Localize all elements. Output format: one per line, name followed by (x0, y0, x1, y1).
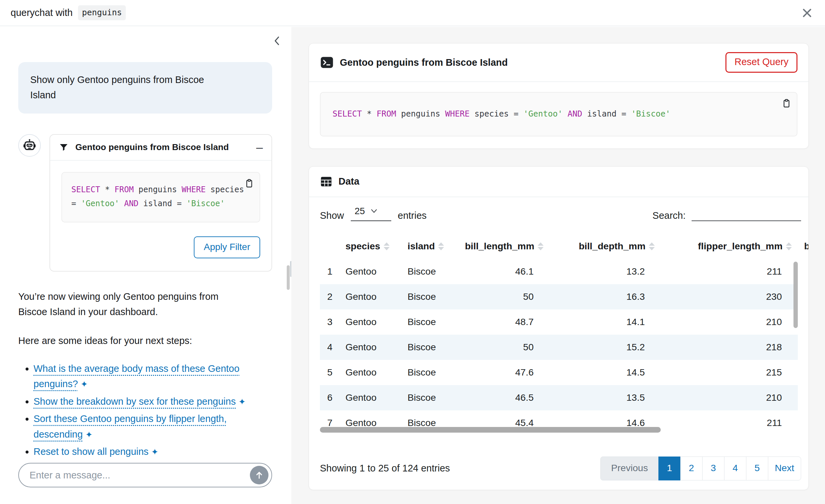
data-table: speciesislandbill_length_mmbill_depth_mm… (320, 234, 798, 434)
sql-token: FROM (115, 185, 134, 194)
sql-token: * (100, 185, 115, 194)
entries-label: entries (398, 210, 427, 221)
page-button-3[interactable]: 3 (702, 456, 725, 481)
column-header-species[interactable]: species (338, 234, 400, 259)
assistant-text: You’re now viewing only Gentoo penguins … (18, 289, 247, 457)
sql-token: island = (138, 199, 186, 208)
app-title: querychat with penguins (11, 5, 126, 20)
copy-icon[interactable] (244, 178, 254, 190)
table-cell: Biscoe (400, 335, 460, 360)
sparkle-icon: ✦ (151, 445, 159, 457)
sql-token: 'Gentoo' (81, 199, 120, 208)
column-label: island (407, 241, 435, 252)
assistant-ideas-heading: Here are some ideas for your next steps: (18, 333, 247, 348)
column-header-bill_length_mm[interactable]: bill_length_mm (460, 234, 549, 259)
table-cell: Gentoo (338, 259, 400, 284)
search-label: Search: (653, 210, 686, 221)
chevron-down-icon (370, 209, 378, 214)
table-cell: 218 (661, 335, 798, 360)
close-icon[interactable] (799, 5, 815, 21)
table-footer: Showing 1 to 25 of 124 entries Previous1… (320, 456, 808, 481)
suggestion-item: Show the breakdown by sex for these peng… (33, 394, 247, 409)
column-header-bill_depth_mm[interactable]: bill_depth_mm (549, 234, 661, 259)
sql-token: penguins (396, 109, 445, 119)
table-cell: 14.5 (549, 360, 661, 385)
page-length-control: Show 25 entries (320, 206, 427, 221)
dashboard-main: Gentoo penguins from Biscoe Island Reset… (291, 27, 825, 504)
table-vertical-scrollbar[interactable] (794, 262, 798, 328)
column-header-island[interactable]: island (400, 234, 460, 259)
table-row: 3GentooBiscoe48.714.1210 (320, 309, 798, 335)
sql-token (562, 109, 568, 119)
table-row: 6GentooBiscoe46.513.5210 (320, 385, 798, 410)
table-cell: 16.3 (549, 284, 661, 309)
search-input[interactable] (692, 207, 801, 221)
sql-code-block-main: SELECT * FROM penguins WHERE species = '… (320, 92, 798, 136)
filter-card-header: Gentoo penguins from Biscoe Island – (50, 135, 272, 161)
suggestion-link[interactable]: What is the average body mass of these G… (33, 363, 240, 389)
suggestion-item: What is the average body mass of these G… (33, 361, 247, 392)
sql-token: AND (568, 109, 582, 119)
assistant-intro: You’re now viewing only Gentoo penguins … (18, 289, 247, 320)
sidebar-collapse-icon[interactable] (272, 34, 283, 49)
table-cell: 4 (320, 335, 338, 360)
table-cell: 211 (661, 259, 798, 284)
sql-token: 'Biscoe' (631, 109, 670, 119)
table-search: Search: (653, 207, 801, 221)
sql-token: 'Biscoe' (186, 199, 225, 208)
table-row: 1GentooBiscoe46.113.2211 (320, 259, 798, 284)
table-cell: Gentoo (338, 335, 400, 360)
table-cell: 48.7 (460, 309, 549, 335)
table-controls: Show 25 entries Search: (320, 206, 808, 221)
send-icon[interactable] (250, 466, 269, 485)
suggestion-item: Sort these Gentoo penguins by flipper le… (33, 411, 247, 442)
page-button-2[interactable]: 2 (680, 456, 702, 481)
page-button-4[interactable]: 4 (724, 456, 746, 481)
suggestion-link[interactable]: Sort these Gentoo penguins by flipper le… (33, 413, 227, 439)
table-cell: 210 (661, 385, 798, 410)
table-cell: 15.2 (549, 335, 661, 360)
table-header-row: speciesislandbill_length_mmbill_depth_mm… (320, 234, 798, 259)
query-title: Gentoo penguins from Biscoe Island (340, 57, 508, 68)
page-length-select[interactable]: 25 (351, 206, 391, 221)
page-button-next[interactable]: Next (768, 456, 801, 481)
table-cell: 50 (460, 335, 549, 360)
table-cell: 46.1 (460, 259, 549, 284)
query-card: Gentoo penguins from Biscoe Island Reset… (309, 43, 809, 149)
table-cell: Gentoo (338, 360, 400, 385)
data-card-title: Data (339, 176, 359, 187)
data-card-header: Data (309, 167, 808, 197)
sql-token: 'Gentoo' (523, 109, 562, 119)
table-cell: 230 (661, 284, 798, 309)
table-cell: Gentoo (338, 309, 400, 335)
column-header-flipper_length_mm[interactable]: flipper_length_mm (661, 234, 798, 259)
suggestion-link[interactable]: Reset to show all penguins (33, 446, 149, 457)
reset-query-button[interactable]: Reset Query (726, 52, 798, 73)
column-header-clipped[interactable]: b (804, 234, 808, 259)
table-row: 4GentooBiscoe5015.2218 (320, 335, 798, 360)
page-button-5[interactable]: 5 (746, 456, 768, 481)
table-cell: Biscoe (400, 259, 460, 284)
table-cell: 6 (320, 385, 338, 410)
copy-icon[interactable] (781, 98, 792, 110)
suggestion-link[interactable]: Show the breakdown by sex for these peng… (33, 396, 236, 407)
pagination: Previous12345Next (600, 456, 801, 481)
chat-scrollbar[interactable] (287, 265, 290, 290)
collapse-card-icon[interactable]: – (256, 141, 263, 153)
table-cell: 2 (320, 284, 338, 309)
filter-card-title: Gentoo penguins from Biscoe Island (75, 142, 229, 152)
apply-filter-button[interactable]: Apply Filter (194, 236, 260, 258)
query-card-header: Gentoo penguins from Biscoe Island Reset… (309, 44, 808, 82)
page-button-1[interactable]: 1 (658, 456, 681, 481)
sql-code-block: SELECT * FROM penguins WHERE species = '… (61, 172, 260, 222)
table-cell: Biscoe (400, 309, 460, 335)
message-input[interactable] (29, 470, 250, 481)
table-cell: 211 (661, 410, 798, 434)
table-cell: 215 (661, 360, 798, 385)
suggestion-list: What is the average body mass of these G… (18, 361, 247, 457)
data-table-viewport: speciesislandbill_length_mmbill_depth_mm… (320, 234, 808, 434)
table-horizontal-scrollbar[interactable] (320, 427, 661, 433)
page-button-previous[interactable]: Previous (600, 456, 659, 481)
table-cell: Gentoo (338, 385, 400, 410)
chat-history: Show only Gentoo penguins from Biscoe Is… (0, 27, 291, 457)
